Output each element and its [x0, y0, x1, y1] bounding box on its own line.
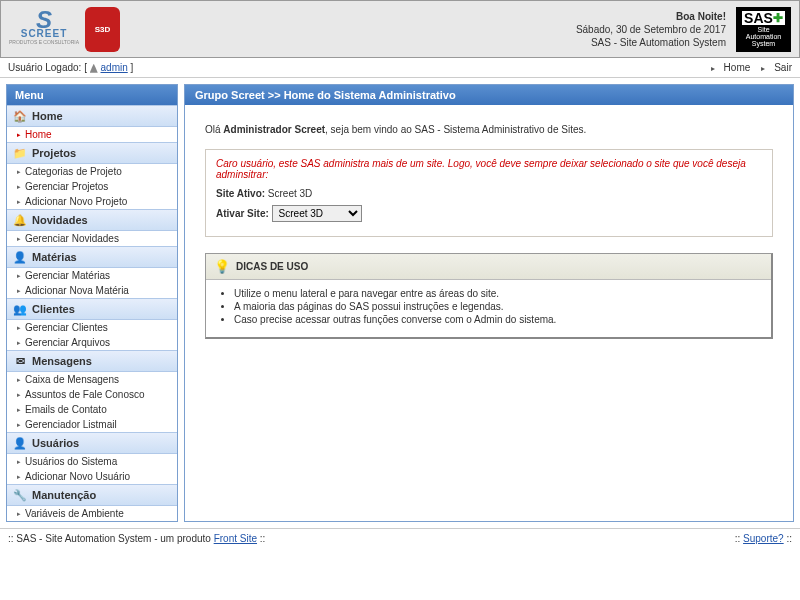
section-icon: 👤 — [13, 250, 27, 264]
sidebar-item[interactable]: ▸Adicionar Novo Projeto — [7, 194, 177, 209]
triangle-icon: ▸ — [17, 458, 21, 466]
arrow-icon: ▸ — [761, 64, 765, 73]
topbar-right: ▸ Home ▸ Sair — [711, 62, 792, 73]
sidebar-item-label: Emails de Contato — [25, 404, 107, 415]
screet-logo-text: SCREET — [21, 28, 68, 39]
logged-user-link[interactable]: admin — [101, 62, 128, 73]
sidebar-item[interactable]: ▸Gerenciar Projetos — [7, 179, 177, 194]
arrow-icon: ▸ — [711, 64, 715, 73]
triangle-icon: ▸ — [17, 287, 21, 295]
user-icon — [90, 64, 98, 73]
sidebar-item-label: Caixa de Mensagens — [25, 374, 119, 385]
sidebar-item-label: Adicionar Nova Matéria — [25, 285, 129, 296]
greeting-date: Sábado, 30 de Setembro de 2017 — [120, 23, 726, 36]
section-icon: 📁 — [13, 146, 27, 160]
footer-left: :: SAS - Site Automation System - um pro… — [8, 533, 265, 544]
sidebar-section[interactable]: 👤Usuários — [7, 432, 177, 454]
site-active-value: Screet 3D — [268, 188, 312, 199]
sidebar-item[interactable]: ▸Emails de Contato — [7, 402, 177, 417]
sidebar-item[interactable]: ▸Adicionar Nova Matéria — [7, 283, 177, 298]
sidebar-item[interactable]: ▸Gerenciar Matérias — [7, 268, 177, 283]
section-icon: 🏠 — [13, 109, 27, 123]
sidebar: Menu 🏠Home▸Home📁Projetos▸Categorias de P… — [6, 84, 178, 522]
footer-support-link[interactable]: Suporte? — [743, 533, 784, 544]
sidebar-item-label: Usuários do Sistema — [25, 456, 117, 467]
tips-box: 💡 DICAS DE USO Utilize o menu lateral e … — [205, 253, 773, 339]
triangle-icon: ▸ — [17, 198, 21, 206]
sidebar-item[interactable]: ▸Adicionar Novo Usuário — [7, 469, 177, 484]
footer-right: :: Suporte? :: — [735, 533, 792, 544]
sidebar-item[interactable]: ▸Gerenciar Arquivos — [7, 335, 177, 350]
triangle-icon: ▸ — [17, 510, 21, 518]
topbar: Usuário Logado: [ admin ] ▸ Home ▸ Sair — [0, 58, 800, 78]
activate-site-select[interactable]: Screet 3D — [272, 205, 362, 222]
sidebar-item-label: Gerenciar Projetos — [25, 181, 108, 192]
section-icon: 👤 — [13, 436, 27, 450]
section-label: Novidades — [32, 214, 88, 226]
section-icon: 🔔 — [13, 213, 27, 227]
sidebar-section[interactable]: 🔧Manutenção — [7, 484, 177, 506]
sidebar-item-label: Assuntos de Fale Conosco — [25, 389, 145, 400]
footer: :: SAS - Site Automation System - um pro… — [0, 528, 800, 548]
active-site-box: Caro usuário, este SAS administra mais d… — [205, 149, 773, 237]
topbar-home-link[interactable]: Home — [724, 62, 751, 73]
triangle-icon: ▸ — [17, 272, 21, 280]
screet-logo: S SCREET PRODUTOS E CONSULTORIA — [9, 9, 79, 49]
sidebar-item[interactable]: ▸Home — [7, 127, 177, 142]
greeting-text: Boa Noite! — [120, 10, 726, 23]
header-left: S SCREET PRODUTOS E CONSULTORIA S3D — [9, 7, 120, 52]
sidebar-section[interactable]: 👥Clientes — [7, 298, 177, 320]
sidebar-section[interactable]: 👤Matérias — [7, 246, 177, 268]
section-label: Usuários — [32, 437, 79, 449]
triangle-icon: ▸ — [17, 406, 21, 414]
section-icon: 👥 — [13, 302, 27, 316]
triangle-icon: ▸ — [17, 391, 21, 399]
sidebar-item-label: Gerenciador Listmail — [25, 419, 117, 430]
section-label: Clientes — [32, 303, 75, 315]
sidebar-section[interactable]: 🔔Novidades — [7, 209, 177, 231]
sidebar-section[interactable]: ✉Mensagens — [7, 350, 177, 372]
header-bar: S SCREET PRODUTOS E CONSULTORIA S3D Boa … — [0, 0, 800, 58]
sidebar-item[interactable]: ▸Gerenciar Clientes — [7, 320, 177, 335]
header-greeting: Boa Noite! Sábado, 30 de Setembro de 201… — [120, 10, 736, 49]
s3d-badge-icon: S3D — [85, 7, 120, 52]
section-label: Manutenção — [32, 489, 96, 501]
sidebar-item[interactable]: ▸Caixa de Mensagens — [7, 372, 177, 387]
tip-item: A maioria das páginas do SAS possui inst… — [234, 301, 759, 312]
lightbulb-icon: 💡 — [214, 259, 230, 274]
sidebar-item[interactable]: ▸Gerenciador Listmail — [7, 417, 177, 432]
main-panel: Grupo Screet >> Home do Sistema Administ… — [184, 84, 794, 522]
section-icon: ✉ — [13, 354, 27, 368]
triangle-icon: ▸ — [17, 376, 21, 384]
sidebar-item[interactable]: ▸Assuntos de Fale Conosco — [7, 387, 177, 402]
sidebar-title: Menu — [7, 85, 177, 105]
triangle-icon: ▸ — [17, 421, 21, 429]
welcome-line: Olá Administrador Screet, seja bem vindo… — [205, 123, 773, 137]
sidebar-item-label: Categorias de Projeto — [25, 166, 122, 177]
sidebar-item[interactable]: ▸Gerenciar Novidades — [7, 231, 177, 246]
sidebar-item-label: Adicionar Novo Usuário — [25, 471, 130, 482]
sidebar-item[interactable]: ▸Usuários do Sistema — [7, 454, 177, 469]
section-icon: 🔧 — [13, 488, 27, 502]
sidebar-item[interactable]: ▸Categorias de Projeto — [7, 164, 177, 179]
sidebar-item-label: Gerenciar Matérias — [25, 270, 110, 281]
sidebar-item-label: Gerenciar Clientes — [25, 322, 108, 333]
triangle-icon: ▸ — [17, 235, 21, 243]
triangle-icon: ▸ — [17, 183, 21, 191]
sidebar-section[interactable]: 📁Projetos — [7, 142, 177, 164]
topbar-exit-link[interactable]: Sair — [774, 62, 792, 73]
warn-text: Caro usuário, este SAS administra mais d… — [216, 158, 762, 180]
tip-item: Utilize o menu lateral e para navegar en… — [234, 288, 759, 299]
section-label: Home — [32, 110, 63, 122]
section-label: Mensagens — [32, 355, 92, 367]
sidebar-item[interactable]: ▸Variáveis de Ambiente — [7, 506, 177, 521]
breadcrumb: Grupo Screet >> Home do Sistema Administ… — [185, 85, 793, 105]
sidebar-section[interactable]: 🏠Home — [7, 105, 177, 127]
sas-logo: SAS✚ Site Automation System — [736, 7, 791, 52]
sidebar-item-label: Adicionar Novo Projeto — [25, 196, 127, 207]
footer-frontsite-link[interactable]: Front Site — [214, 533, 257, 544]
triangle-icon: ▸ — [17, 339, 21, 347]
content: Olá Administrador Screet, seja bem vindo… — [185, 105, 793, 357]
screet-logo-sub: PRODUTOS E CONSULTORIA — [9, 39, 79, 45]
triangle-icon: ▸ — [17, 473, 21, 481]
